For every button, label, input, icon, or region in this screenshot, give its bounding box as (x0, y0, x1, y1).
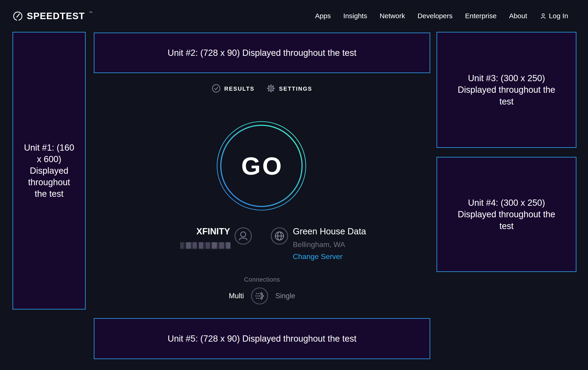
nav-item-about[interactable]: About (509, 12, 527, 20)
ad-unit-1: Unit #1: (160 x 600) Displayed throughou… (12, 32, 86, 310)
header: SPEEDTEST ™ Apps Insights Network Develo… (0, 0, 588, 32)
nav-item-apps[interactable]: Apps (315, 12, 331, 20)
server-globe-icon[interactable] (271, 227, 288, 245)
logo-trademark: ™ (89, 10, 92, 15)
tabs-bar: RESULTS (94, 82, 430, 96)
login-label: Log In (549, 12, 568, 20)
tab-results[interactable]: RESULTS (212, 84, 254, 94)
tab-settings[interactable]: SETTINGS (266, 84, 312, 94)
main-nav: Apps Insights Network Developers Enterpr… (315, 12, 568, 20)
logo-text: SPEEDTEST (27, 10, 85, 21)
connections-mode-single[interactable]: Single (275, 292, 295, 300)
nav-item-developers[interactable]: Developers (418, 12, 453, 20)
check-circle-icon (212, 84, 220, 94)
connections-toggle-row: Multi Single (94, 287, 430, 305)
go-button[interactable]: GO (216, 121, 306, 211)
gear-icon (266, 84, 275, 94)
login-button[interactable]: Log In (540, 12, 568, 20)
speedtest-page: SPEEDTEST ™ Apps Insights Network Develo… (0, 0, 588, 370)
user-icon (540, 12, 547, 19)
server-name: Green House Data (293, 227, 366, 236)
isp-avatar-icon[interactable] (234, 227, 252, 245)
go-button-label: GO (240, 151, 283, 180)
server-location: Bellingham, WA (293, 240, 345, 249)
ad-unit-2: Unit #2: (728 x 90) Displayed throughout… (94, 32, 430, 73)
ad-unit-4-label: Unit #4: (300 x 250) Displayed throughou… (450, 197, 563, 232)
multi-connections-arrows-icon (251, 287, 268, 305)
connections-title: Connections (94, 276, 430, 283)
change-server-link[interactable]: Change Server (293, 252, 343, 261)
ad-unit-2-label: Unit #2: (728 x 90) Displayed throughout… (168, 47, 356, 59)
nav-item-enterprise[interactable]: Enterprise (465, 12, 496, 20)
connections-mode-multi[interactable]: Multi (229, 292, 244, 300)
connections-toggle-button[interactable] (251, 287, 268, 305)
ad-unit-3-label: Unit #3: (300 x 250) Displayed throughou… (450, 72, 563, 107)
ad-unit-5: Unit #5: (728 x 90) Displayed throughout… (94, 318, 430, 359)
isp-name: XFINITY (148, 227, 230, 236)
ad-unit-5-label: Unit #5: (728 x 90) Displayed throughout… (168, 333, 356, 344)
tab-settings-label: SETTINGS (279, 86, 312, 92)
ad-unit-3: Unit #3: (300 x 250) Displayed throughou… (437, 32, 577, 148)
nav-item-network[interactable]: Network (380, 12, 405, 20)
tab-results-label: RESULTS (224, 86, 254, 92)
isp-detail-redacted (180, 242, 231, 249)
ad-unit-4: Unit #4: (300 x 250) Displayed throughou… (437, 157, 577, 272)
nav-item-insights[interactable]: Insights (343, 12, 367, 20)
speedtest-logo[interactable]: SPEEDTEST ™ (12, 10, 92, 21)
ad-unit-1-label: Unit #1: (160 x 600) Displayed throughou… (23, 142, 75, 200)
speedometer-gauge-icon (12, 10, 23, 21)
